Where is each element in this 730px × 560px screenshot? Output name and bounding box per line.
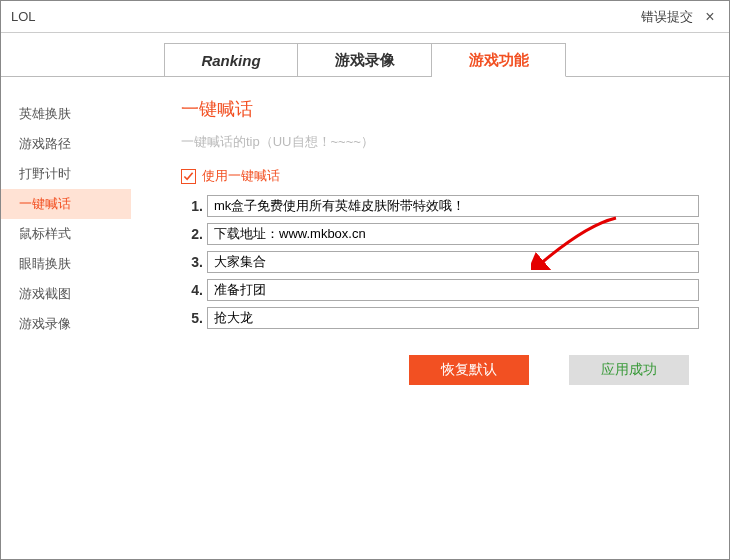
sidebar-item-0[interactable]: 英雄换肤 xyxy=(1,99,131,129)
sidebar-item-6[interactable]: 游戏截图 xyxy=(1,279,131,309)
tab-2[interactable]: 游戏功能 xyxy=(432,43,566,77)
restore-default-button[interactable]: 恢复默认 xyxy=(409,355,529,385)
window-title: LOL xyxy=(11,9,641,24)
check-icon xyxy=(183,171,194,182)
section-tip: 一键喊话的tip（UU自想！~~~~） xyxy=(181,133,699,151)
chat-row-4: 4. xyxy=(181,279,699,301)
sidebar-item-7[interactable]: 游戏录像 xyxy=(1,309,131,339)
sidebar-item-1[interactable]: 游戏路径 xyxy=(1,129,131,159)
chat-row-2: 2. xyxy=(181,223,699,245)
body: 英雄换肤游戏路径打野计时一键喊话鼠标样式眼睛换肤游戏截图游戏录像 一键喊话 一键… xyxy=(1,77,729,559)
content: 一键喊话 一键喊话的tip（UU自想！~~~~） 使用一键喊话 1.2.3.4.… xyxy=(131,77,729,559)
row-number: 2. xyxy=(181,226,207,242)
close-icon[interactable]: × xyxy=(701,8,719,26)
tabs: Ranking游戏录像游戏功能 xyxy=(1,43,729,77)
tab-0[interactable]: Ranking xyxy=(164,43,298,77)
button-row: 恢复默认 应用成功 xyxy=(181,355,699,385)
sidebar-item-5[interactable]: 眼睛换肤 xyxy=(1,249,131,279)
tab-1[interactable]: 游戏录像 xyxy=(298,43,432,77)
sidebar-item-2[interactable]: 打野计时 xyxy=(1,159,131,189)
checkbox-label: 使用一键喊话 xyxy=(202,167,280,185)
row-number: 3. xyxy=(181,254,207,270)
chat-input-4[interactable] xyxy=(207,279,699,301)
row-number: 5. xyxy=(181,310,207,326)
input-rows: 1.2.3.4.5. xyxy=(181,195,699,329)
titlebar: LOL 错误提交 × xyxy=(1,1,729,33)
sidebar: 英雄换肤游戏路径打野计时一键喊话鼠标样式眼睛换肤游戏截图游戏录像 xyxy=(1,77,131,559)
checkbox-row: 使用一键喊话 xyxy=(181,167,699,185)
section-title: 一键喊话 xyxy=(181,97,699,121)
chat-row-3: 3. xyxy=(181,251,699,273)
chat-input-3[interactable] xyxy=(207,251,699,273)
chat-input-2[interactable] xyxy=(207,223,699,245)
chat-row-1: 1. xyxy=(181,195,699,217)
chat-input-5[interactable] xyxy=(207,307,699,329)
sidebar-item-3[interactable]: 一键喊话 xyxy=(1,189,131,219)
chat-input-1[interactable] xyxy=(207,195,699,217)
use-quickchat-checkbox[interactable] xyxy=(181,169,196,184)
apply-success-button[interactable]: 应用成功 xyxy=(569,355,689,385)
app-window: LOL 错误提交 × Ranking游戏录像游戏功能 英雄换肤游戏路径打野计时一… xyxy=(0,0,730,560)
error-submit-link[interactable]: 错误提交 xyxy=(641,8,693,26)
chat-row-5: 5. xyxy=(181,307,699,329)
row-number: 1. xyxy=(181,198,207,214)
sidebar-item-4[interactable]: 鼠标样式 xyxy=(1,219,131,249)
row-number: 4. xyxy=(181,282,207,298)
